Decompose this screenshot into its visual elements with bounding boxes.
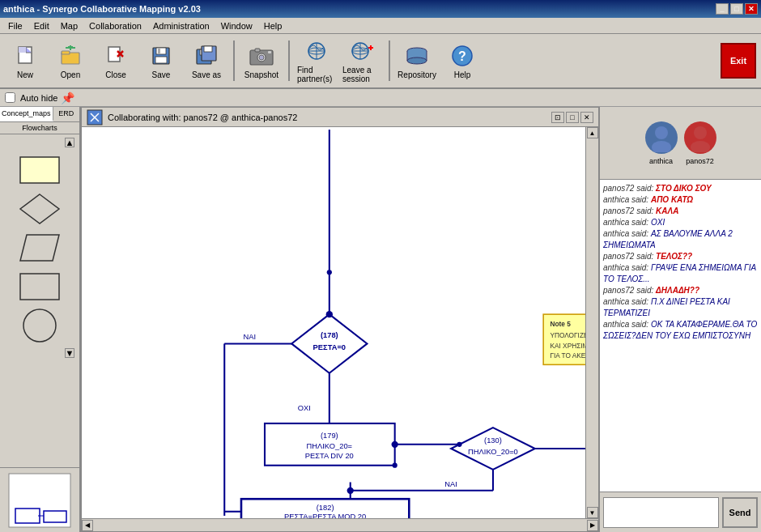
shape-panel: ▲ ▼ xyxy=(0,134,79,467)
svg-point-87 xyxy=(393,463,398,468)
scroll-up-arrow[interactable]: ▲ xyxy=(587,127,598,138)
svg-rect-43 xyxy=(20,274,59,300)
user-anthica: anthica xyxy=(645,121,678,165)
menu-help[interactable]: Help xyxy=(259,19,287,32)
diagram-maximize-button[interactable]: □ xyxy=(566,112,579,123)
avatar-panos72 xyxy=(684,121,716,154)
svg-text:ΝΑΙ: ΝΑΙ xyxy=(244,333,257,341)
username-panos72: panos72 xyxy=(686,157,714,165)
diagram-thumbnail xyxy=(0,467,79,532)
svg-point-91 xyxy=(694,126,707,139)
help-button[interactable]: ? Help xyxy=(442,37,483,84)
svg-text:ΝΑΙ: ΝΑΙ xyxy=(444,480,457,488)
svg-text:Note 5: Note 5 xyxy=(550,320,571,328)
help-icon: ? xyxy=(449,43,475,69)
chat-input-area: Send xyxy=(600,492,761,532)
chat-message: anthica said: ΑΠΟ ΚΑΤΩ xyxy=(603,194,758,206)
window-title: anthica - Synergo Collaborative Mapping … xyxy=(3,4,201,14)
findpartner-button[interactable]: Find partner(s) xyxy=(296,37,337,84)
close-doc-icon xyxy=(103,43,129,69)
svg-rect-21 xyxy=(255,49,260,52)
svg-rect-11 xyxy=(156,48,166,54)
svg-point-78 xyxy=(326,311,333,317)
diagram-footer: ◀ ▶ xyxy=(82,518,598,531)
menu-window[interactable]: Window xyxy=(216,19,257,32)
scroll-left-arrow[interactable]: ◀ xyxy=(82,520,93,531)
svg-text:ΡΕΣΤΑ=0: ΡΕΣΤΑ=0 xyxy=(313,343,346,351)
svg-rect-1 xyxy=(19,47,26,53)
diagram-canvas[interactable]: (178) ΡΕΣΤΑ=0 ΝΑΙ ΟΧΙ (179) ΠΗΛΙΚΟ_20= Ρ… xyxy=(82,127,585,518)
send-button[interactable]: Send xyxy=(722,497,758,528)
chat-message: anthica said: ΓΡΑΨΕ ΕΝΑ ΣΗΜΕΙΩΜΑ ΓΙΑ ΤΟ … xyxy=(603,262,758,285)
svg-point-80 xyxy=(392,441,398,448)
restore-button[interactable]: □ xyxy=(730,3,743,15)
save-button[interactable]: Save xyxy=(141,37,181,84)
svg-rect-12 xyxy=(155,57,167,63)
svg-point-79 xyxy=(347,487,354,494)
open-button[interactable]: Open xyxy=(50,37,91,84)
scroll-down-arrow[interactable]: ▼ xyxy=(587,507,598,518)
svg-point-89 xyxy=(655,126,668,139)
close-button[interactable]: ✕ xyxy=(745,3,758,15)
menu-file[interactable]: File xyxy=(3,19,28,32)
tab-concept-maps[interactable]: Concept_maps xyxy=(0,107,53,121)
svg-text:(178): (178) xyxy=(321,331,338,339)
snapshot-button[interactable]: Snapshot xyxy=(241,37,282,84)
exit-button[interactable]: Exit xyxy=(721,43,756,79)
svg-point-86 xyxy=(327,270,332,275)
svg-text:ΡΕΣΤΑ=ΡΕΣΤΑ MOD 20: ΡΕΣΤΑ=ΡΕΣΤΑ MOD 20 xyxy=(284,513,366,518)
menu-edit[interactable]: Edit xyxy=(29,19,54,32)
shape-parallelogram[interactable] xyxy=(17,232,62,264)
minimize-button[interactable]: _ xyxy=(716,3,729,15)
diagram-window-controls: ⊡ □ ✕ xyxy=(551,112,593,123)
diagram-close-button[interactable]: ✕ xyxy=(580,112,593,123)
titlebar-controls: _ □ ✕ xyxy=(716,3,758,15)
repository-button[interactable]: Repository xyxy=(397,37,437,84)
users-area: anthica panos72 xyxy=(600,107,761,180)
snapshot-icon xyxy=(249,43,274,69)
shape-rectangle[interactable] xyxy=(17,270,62,303)
right-panel: anthica panos72 panos72 said: ΣΤΟ ΔΙΚΟ Σ… xyxy=(599,107,761,532)
scroll-right-arrow[interactable]: ▶ xyxy=(587,520,598,531)
new-icon xyxy=(12,43,38,69)
collaboration-header: Collaborating with: panos72 @ anthica-pa… xyxy=(108,113,297,122)
shape-circle[interactable] xyxy=(17,309,62,342)
svg-rect-22 xyxy=(268,51,271,53)
menu-administration[interactable]: Administration xyxy=(148,19,215,32)
autohide-checkbox[interactable] xyxy=(5,92,15,103)
main-content: Concept_maps ERD Flowcharts ▲ xyxy=(0,107,761,532)
left-panel: Concept_maps ERD Flowcharts ▲ xyxy=(0,107,81,532)
svg-text:ΠΗΛΙΚΟ_20=0: ΠΗΛΙΚΟ_20=0 xyxy=(468,448,518,456)
menu-map[interactable]: Map xyxy=(56,19,83,32)
chat-message: panos72 said: ΤΕΛΟΣ?? xyxy=(603,251,758,262)
svg-point-35 xyxy=(407,57,427,64)
svg-point-44 xyxy=(23,309,56,342)
svg-rect-13 xyxy=(158,49,160,53)
scroll-up-button[interactable]: ▲ xyxy=(65,138,74,147)
toolbar-sep-2 xyxy=(288,40,290,81)
shape-diamond[interactable] xyxy=(17,193,62,225)
svg-marker-41 xyxy=(20,194,59,223)
vertical-scrollbar[interactable]: ▲ ▼ xyxy=(585,127,598,518)
svg-text:ΓΙΑ ΤΟ ΑΚΕΡΑΙΟ Π: ΓΙΑ ΤΟ ΑΚΕΡΑΙΟ Π xyxy=(550,351,585,360)
scroll-down-button[interactable]: ▼ xyxy=(65,348,74,358)
autohide-bar: Auto hide 📌 xyxy=(0,89,761,107)
svg-text:ΥΠΟΛΟΓΙΖΕΙ ΤΑ Ρ: ΥΠΟΛΟΓΙΖΕΙ ΤΑ Ρ xyxy=(550,331,585,339)
chat-message: anthica said: ΟΧΙ xyxy=(603,217,758,228)
chat-input-field[interactable] xyxy=(603,497,719,528)
close-button-toolbar[interactable]: Close xyxy=(96,37,136,84)
svg-rect-7 xyxy=(108,47,120,62)
diagram-restore-button[interactable]: ⊡ xyxy=(551,112,564,123)
leavesession-button[interactable]: Leave a session xyxy=(342,37,382,84)
chat-message: anthica said: ΟΚ ΤΑ ΚΑΤΑΦΕΡΑΜΕ.ΘΑ ΤΟ ΣΩΣ… xyxy=(603,319,758,342)
diagram-area: Collaborating with: panos72 @ anthica-pa… xyxy=(81,107,599,532)
tab-erd[interactable]: ERD xyxy=(53,107,79,121)
chat-message: panos72 said: ΣΤΟ ΔΙΚΟ ΣΟΥ xyxy=(603,183,758,194)
menu-collaboration[interactable]: Collaboration xyxy=(84,19,147,32)
tab-flowcharts[interactable]: Flowcharts xyxy=(0,122,79,134)
saveas-button[interactable]: Save as xyxy=(186,37,227,84)
autohide-label: Auto hide xyxy=(20,93,57,103)
svg-point-92 xyxy=(691,141,710,152)
shape-rectangle-yellow[interactable] xyxy=(17,154,62,186)
new-button[interactable]: New xyxy=(5,37,45,84)
